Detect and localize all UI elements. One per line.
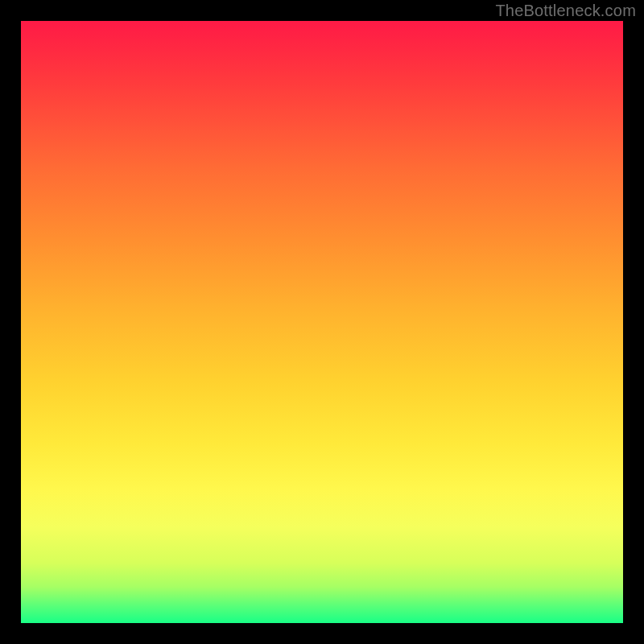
outer-frame: TheBottleneck.com [0, 0, 644, 644]
watermark-text: TheBottleneck.com [495, 2, 636, 20]
plot-area [21, 21, 623, 623]
plot-background-gradient [21, 21, 623, 623]
